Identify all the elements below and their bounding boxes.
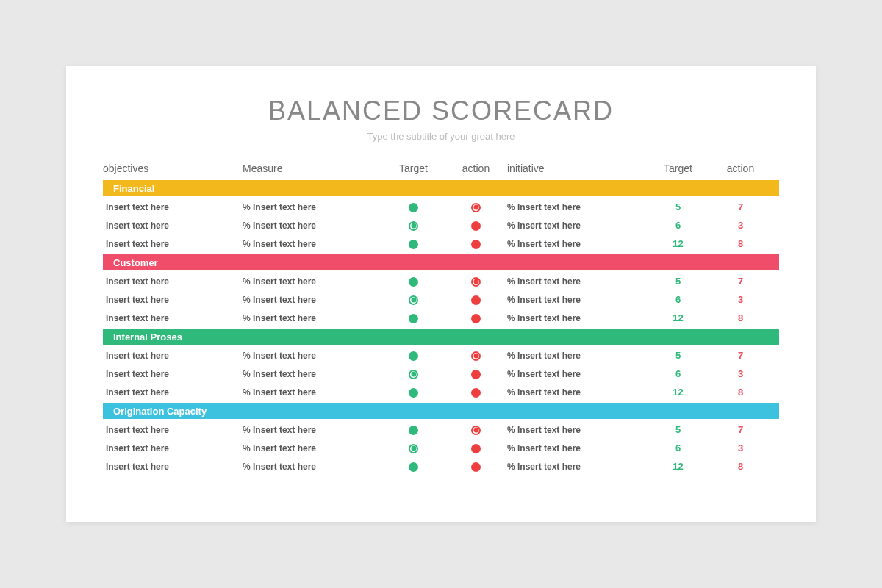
section-bar: Origination Capacity (103, 403, 779, 419)
cell-action-icon (445, 350, 507, 360)
cell-initiative: % Insert text here (507, 313, 647, 323)
cell-initiative: % Insert text here (507, 220, 647, 231)
cell-action-num: 3 (709, 220, 772, 231)
table-row: Insert text here% Insert text here% Inse… (103, 439, 779, 457)
cell-target-icon (382, 461, 445, 471)
cell-action-icon (445, 220, 507, 230)
cell-action-num: 8 (709, 238, 772, 249)
cell-action-num: 8 (709, 461, 772, 472)
cell-action-icon (445, 424, 507, 434)
cell-action-icon (445, 276, 507, 286)
table-row: Insert text here% Insert text here% Inse… (103, 457, 779, 476)
cell-measure: % Insert text here (243, 295, 382, 305)
status-ring-red-icon (471, 203, 481, 212)
cell-action-icon (445, 238, 507, 248)
table-row: Insert text here% Insert text here% Inse… (103, 198, 779, 216)
table-row: Insert text here% Insert text here% Inse… (103, 272, 779, 290)
cell-objective: Insert text here (103, 239, 243, 249)
cell-initiative: % Insert text here (507, 425, 647, 435)
status-ring-green-icon (409, 444, 418, 453)
status-dot-green-icon (409, 314, 418, 323)
page-title: BALANCED SCORECARD (103, 96, 779, 126)
cell-target-num: 6 (647, 368, 709, 379)
status-dot-red-icon (471, 240, 481, 249)
cell-objective: Insert text here (103, 387, 243, 398)
cell-target-num: 6 (647, 294, 709, 305)
cell-measure: % Insert text here (243, 202, 382, 212)
cell-objective: Insert text here (103, 443, 243, 453)
cell-measure: % Insert text here (243, 239, 382, 249)
table-row: Insert text here% Insert text here% Inse… (103, 290, 779, 309)
cell-objective: Insert text here (103, 313, 243, 323)
cell-target-icon (382, 294, 445, 304)
cell-objective: Insert text here (103, 202, 243, 212)
cell-initiative: % Insert text here (507, 295, 647, 305)
cell-initiative: % Insert text here (507, 369, 647, 379)
cell-measure: % Insert text here (243, 443, 382, 453)
table-row: Insert text here% Insert text here% Inse… (103, 346, 779, 365)
cell-target-icon (382, 387, 445, 397)
cell-measure: % Insert text here (243, 462, 382, 472)
status-dot-green-icon (409, 388, 418, 398)
status-dot-green-icon (409, 351, 418, 361)
status-ring-red-icon (471, 277, 481, 287)
slide-card: BALANCED SCORECARD Type the subtitle of … (66, 66, 816, 522)
cell-target-num: 12 (647, 461, 709, 472)
table-row: Insert text here% Insert text here% Inse… (103, 365, 779, 383)
cell-objective: Insert text here (103, 351, 243, 361)
cell-action-icon (445, 201, 507, 212)
cell-action-num: 8 (709, 312, 772, 323)
cell-action-icon (445, 312, 507, 323)
status-dot-green-icon (409, 462, 418, 472)
cell-measure: % Insert text here (243, 220, 382, 231)
section-bar: Customer (103, 254, 779, 270)
cell-target-num: 5 (647, 350, 709, 361)
cell-initiative: % Insert text here (507, 239, 647, 249)
status-ring-green-icon (409, 295, 418, 305)
cell-objective: Insert text here (103, 276, 243, 287)
status-dot-green-icon (409, 240, 418, 249)
cell-action-icon (445, 294, 507, 304)
status-ring-red-icon (471, 426, 481, 435)
status-dot-red-icon (471, 388, 481, 398)
cell-objective: Insert text here (103, 295, 243, 305)
cell-action-num: 8 (709, 387, 772, 398)
header-objectives: objectives (103, 162, 243, 174)
status-dot-green-icon (409, 277, 418, 287)
status-dot-green-icon (409, 203, 418, 212)
table-row: Insert text here% Insert text here% Inse… (103, 420, 779, 439)
sections-container: FinancialInsert text here% Insert text h… (103, 180, 779, 476)
table-row: Insert text here% Insert text here% Inse… (103, 309, 779, 327)
status-dot-red-icon (471, 295, 481, 305)
cell-action-num: 7 (709, 276, 772, 287)
table-row: Insert text here% Insert text here% Inse… (103, 234, 779, 253)
cell-action-num: 7 (709, 350, 772, 361)
cell-action-num: 3 (709, 294, 772, 305)
cell-initiative: % Insert text here (507, 351, 647, 361)
cell-action-icon (445, 442, 507, 453)
status-dot-green-icon (409, 426, 418, 435)
cell-objective: Insert text here (103, 369, 243, 379)
cell-target-num: 6 (647, 220, 709, 231)
header-measure: Measure (243, 162, 382, 174)
cell-action-icon (445, 461, 507, 471)
cell-target-num: 5 (647, 276, 709, 287)
cell-measure: % Insert text here (243, 276, 382, 287)
cell-action-num: 3 (709, 368, 772, 379)
table-row: Insert text here% Insert text here% Inse… (103, 216, 779, 234)
status-dot-red-icon (471, 444, 481, 453)
cell-measure: % Insert text here (243, 425, 382, 435)
header-target2: Target (647, 162, 709, 174)
cell-measure: % Insert text here (243, 369, 382, 379)
table-row: Insert text here% Insert text here% Inse… (103, 383, 779, 401)
status-dot-red-icon (471, 462, 481, 472)
cell-objective: Insert text here (103, 425, 243, 435)
cell-measure: % Insert text here (243, 313, 382, 323)
cell-target-icon (382, 238, 445, 248)
cell-target-icon (382, 220, 445, 230)
section-bar: Financial (103, 180, 779, 196)
cell-measure: % Insert text here (243, 387, 382, 398)
cell-action-icon (445, 387, 507, 397)
section-bar: Internal Proses (103, 329, 779, 345)
cell-target-num: 6 (647, 442, 709, 453)
